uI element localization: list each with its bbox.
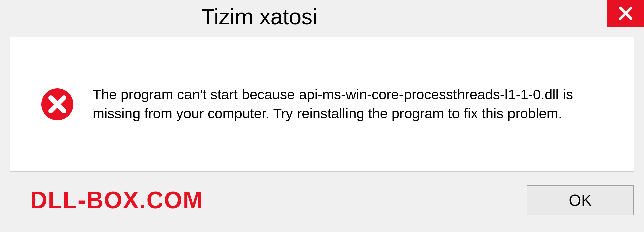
ok-button[interactable]: OK [527,185,634,215]
error-dialog: Tizim xatosi The program can't start bec… [0,0,644,232]
content-panel: The program can't start because api-ms-w… [10,37,634,172]
watermark-text: DLL-BOX.COM [10,187,203,214]
footer: DLL-BOX.COM OK [0,182,644,232]
close-icon [618,5,634,21]
close-button[interactable] [607,0,644,27]
error-icon [41,88,74,121]
titlebar: Tizim xatosi [0,0,644,37]
error-message: The program can't start because api-ms-w… [93,85,613,123]
dialog-title: Tizim xatosi [201,0,317,30]
